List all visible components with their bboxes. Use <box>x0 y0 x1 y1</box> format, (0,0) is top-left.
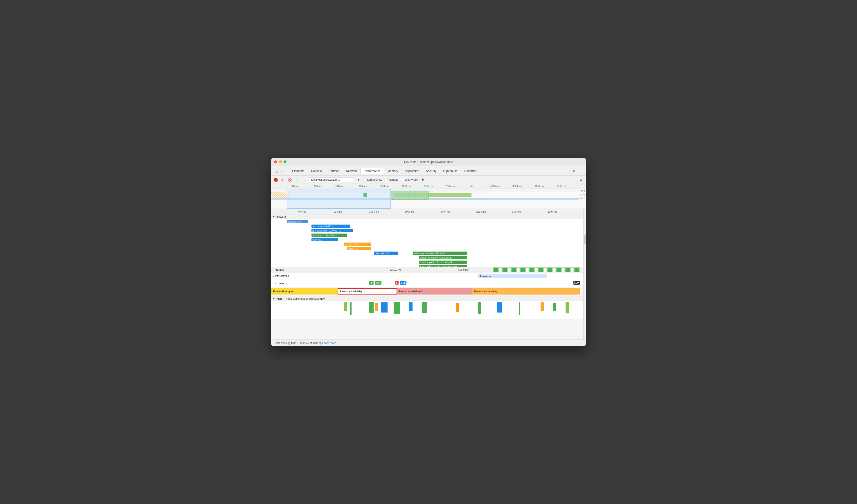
panel-scroll[interactable]: 494 ms 994 ms 1494 ms 1994 ms 2494 ms 29… <box>271 209 583 339</box>
net-bar-venice[interactable]: venice.jpg (localhost.philipwalton.dev) <box>419 265 467 267</box>
resource-load-duration-label: Resource load duration <box>399 290 424 293</box>
overview-minimap[interactable]: FPS CPU NET <box>271 189 586 209</box>
detail-label-5: 2994 ms <box>476 211 512 213</box>
interactions-collapse-icon[interactable]: ▶ <box>273 275 274 277</box>
minimize-button[interactable] <box>279 161 282 163</box>
timing-badge-fp[interactable]: FP <box>369 281 374 285</box>
network-section-header[interactable]: ▼ Network <box>271 215 583 219</box>
tab-lighthouse[interactable]: Lighthouse <box>440 168 461 174</box>
network-collapse-icon: ▼ <box>273 216 275 218</box>
net-bar-opensans700[interactable]: opensans-latin-700.woff2 (l... <box>312 229 353 232</box>
overview-tracks: FPS CPU NET <box>580 190 585 200</box>
maximize-button[interactable] <box>284 161 286 163</box>
download-icon[interactable]: ↓ <box>302 177 306 182</box>
webvitals-cb-box[interactable] <box>401 178 404 181</box>
network-row-1: opensans-latin-400.w... <box>271 224 583 229</box>
fps-label: FPS <box>581 190 585 193</box>
element-render-delay-bar[interactable]: Element render delay <box>472 288 580 295</box>
animation-bar[interactable]: Animation <box>478 274 547 278</box>
tab-recorder[interactable]: Recorder <box>461 168 480 174</box>
more-icon[interactable]: ⋮ <box>578 169 583 173</box>
nav-tabs: Elements Console Sources Network Perform… <box>289 168 480 174</box>
toolbar-icons: ⬚ ▱ <box>274 169 285 173</box>
task-bar-5 <box>394 302 400 314</box>
memory-checkbox[interactable]: Memory <box>385 178 398 181</box>
tab-console[interactable]: Console <box>308 168 325 174</box>
network-row-6: perf.js (l... <box>271 246 583 251</box>
tab-network[interactable]: Network <box>343 168 360 174</box>
memory-cb-box[interactable] <box>385 178 388 181</box>
net-bar-perfjs-label: perf.js (l... <box>348 248 358 250</box>
stop-icon[interactable]: 🚫 <box>287 177 292 182</box>
net-bar-mainjs[interactable]: main.js (local... <box>344 242 371 246</box>
net-bar-london1-label: london.jpg (localhost.philipwalto... <box>414 252 448 254</box>
net-bar-perfjs[interactable]: perf.js (l... <box>347 247 371 250</box>
tab-application[interactable]: Application <box>402 168 422 174</box>
ruler-label-9: 4994 ms <box>484 185 506 188</box>
tab-memory[interactable]: Memory <box>384 168 401 174</box>
task-bar-11 <box>519 302 520 315</box>
net-bar-bangkok[interactable]: bangkok.jpg (localhost.philipwalt... <box>419 261 467 264</box>
resource-load-duration-bar[interactable]: Resource load duration <box>397 288 472 295</box>
net-bar-localhost-label: localhost.phi... <box>288 220 302 223</box>
net-bar-photos[interactable]: photos.json (lo... <box>374 252 398 255</box>
task-bar-4 <box>381 302 388 313</box>
ttfb-bar[interactable]: Time to first byte <box>271 288 338 295</box>
dcl-badge[interactable]: DCL <box>400 281 407 285</box>
webvitals-checkbox[interactable]: Web Vitals <box>401 178 418 181</box>
task-bar-1 <box>350 302 352 315</box>
net-bar-opensans700-label: opensans-latin-700.woff2 (l... <box>312 230 341 232</box>
record-button[interactable] <box>274 178 278 182</box>
network-row-0: localhost.phi... <box>271 219 583 224</box>
cursor-icon[interactable]: ⬚ <box>274 169 279 173</box>
resource-load-delay-label: Resource load delay <box>340 290 362 293</box>
net-bar-opensans400[interactable]: opensans-latin-400.w... <box>312 224 350 228</box>
main-thread-bars <box>271 301 583 319</box>
title-bar: DevTools - localhost.philipwalton.dev/ <box>271 158 586 166</box>
timing-badge-fcp[interactable]: FCP <box>375 281 382 285</box>
upload-icon[interactable]: ↑ <box>295 177 299 182</box>
close-button[interactable] <box>274 161 277 163</box>
net-bar-maincss[interactable]: main.css ... <box>312 238 338 241</box>
main-section-header[interactable]: ▼ Main — https://localhost.philipwalton.… <box>271 296 583 301</box>
timing-badge-dcl[interactable]: DCL <box>400 281 407 285</box>
lcp-badge[interactable]: LCP <box>573 281 580 285</box>
timing-badge-l[interactable]: L <box>396 281 399 285</box>
fp-badge[interactable]: FP <box>369 281 374 285</box>
ruler-label-8: 44... <box>462 185 484 188</box>
fcp-badge[interactable]: FCP <box>375 281 382 285</box>
tab-security[interactable]: Security <box>423 168 439 174</box>
task-bar-13 <box>553 303 556 311</box>
network-row-5: main.js (local... <box>271 242 583 246</box>
trash-icon[interactable]: 🗑 <box>420 177 425 182</box>
frames-time1: 1050.0 ms <box>390 268 401 271</box>
refresh-button[interactable]: ↻ <box>280 177 285 182</box>
tab-performance[interactable]: Performance <box>360 168 384 174</box>
screenshots-cb-box[interactable] <box>363 178 366 181</box>
net-bar-localhost[interactable]: localhost.phi... <box>287 220 308 223</box>
animation-label: Animation <box>480 275 491 278</box>
devtools-window: DevTools - localhost.philipwalton.dev/ ⬚… <box>271 158 586 346</box>
ruler-label-4: 2494 ms <box>373 185 395 188</box>
settings-perf-icon[interactable]: ⚙ <box>578 177 583 182</box>
main-collapse-icon[interactable]: ▼ <box>273 298 275 300</box>
url-dropdown-icon[interactable]: ▾ <box>356 177 361 182</box>
network-area: localhost.phi... opensans-latin-400.w... <box>271 219 583 267</box>
l-badge[interactable]: L <box>396 281 399 285</box>
timing-badge-lcp[interactable]: LCP <box>573 281 580 285</box>
scrollbar[interactable] <box>583 209 586 339</box>
detail-label-2: 1494 ms <box>369 211 405 213</box>
net-bar-london2[interactable]: london.jpg (localhost.philipwalto... <box>419 256 467 259</box>
scroll-thumb[interactable] <box>584 235 586 244</box>
tab-sources[interactable]: Sources <box>325 168 342 174</box>
screenshots-checkbox[interactable]: Screenshots <box>363 178 382 181</box>
tab-elements[interactable]: Elements <box>289 168 307 174</box>
net-bar-london1[interactable]: london.jpg (localhost.philipwalto... <box>413 252 467 255</box>
timings-collapse-icon[interactable]: ▼ <box>273 282 277 284</box>
settings-icon[interactable]: ⚙ <box>572 169 576 173</box>
device-icon[interactable]: ▱ <box>280 169 285 173</box>
ttfb-section: Time to first byte Resource load delay R… <box>271 287 583 296</box>
resource-load-delay-bar[interactable]: Resource load delay <box>338 288 397 295</box>
learn-more-link[interactable]: Learn more <box>322 341 336 345</box>
net-bar-bootstrap[interactable]: bootstrap.css (localhos... <box>312 234 347 237</box>
